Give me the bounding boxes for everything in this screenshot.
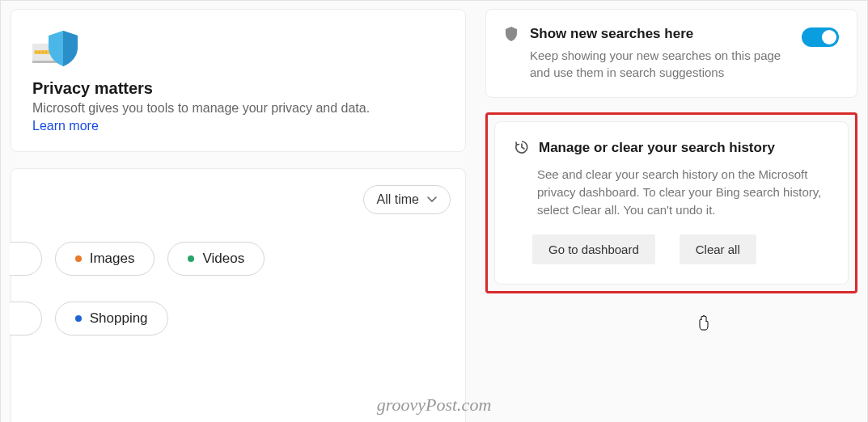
svg-point-6	[45, 52, 47, 53]
chip-images[interactable]: Images	[55, 242, 155, 276]
svg-point-3	[36, 52, 37, 53]
chip-shopping[interactable]: Shopping	[55, 302, 168, 335]
category-chips: Images Videos Shopping	[26, 242, 451, 335]
chip-label: Images	[90, 251, 135, 267]
time-filter-label: All time	[377, 192, 419, 207]
filter-card: All time Images Videos	[11, 168, 466, 422]
chip-label: Shopping	[90, 310, 148, 327]
toggle-knob	[822, 30, 836, 44]
dot-icon	[188, 255, 194, 262]
svg-point-4	[39, 52, 40, 53]
dot-icon	[75, 315, 82, 322]
manage-history-description: See and clear your search history on the…	[537, 166, 828, 218]
manage-history-card: Manage or clear your search history See …	[494, 121, 849, 285]
dot-icon	[75, 255, 82, 262]
clear-all-button[interactable]: Clear all	[680, 234, 756, 264]
shield-icon	[504, 26, 519, 45]
svg-point-5	[42, 52, 44, 53]
chip-label: Videos	[202, 251, 244, 267]
privacy-card: Privacy matters Microsoft gives you tool…	[11, 9, 466, 152]
show-searches-card: Show new searches here Keep showing your…	[485, 9, 857, 98]
chip-partial[interactable]	[10, 302, 42, 335]
learn-more-link[interactable]: Learn more	[32, 119, 99, 133]
time-filter-dropdown[interactable]: All time	[363, 185, 451, 214]
privacy-shield-icon	[32, 26, 444, 71]
show-searches-toggle[interactable]	[802, 27, 839, 47]
show-searches-description: Keep showing your new searches on this p…	[530, 47, 790, 81]
show-searches-title: Show new searches here	[530, 26, 790, 42]
manage-history-title: Manage or clear your search history	[539, 140, 775, 156]
chip-videos[interactable]: Videos	[167, 242, 265, 276]
chip-partial[interactable]	[10, 242, 42, 276]
go-to-dashboard-button[interactable]: Go to dashboard	[532, 234, 655, 264]
privacy-heading: Privacy matters	[32, 79, 444, 98]
highlight-annotation: Manage or clear your search history See …	[485, 112, 857, 293]
privacy-description: Microsoft gives you tools to manage your…	[32, 101, 444, 116]
chevron-down-icon	[427, 196, 437, 203]
history-icon	[514, 140, 529, 158]
